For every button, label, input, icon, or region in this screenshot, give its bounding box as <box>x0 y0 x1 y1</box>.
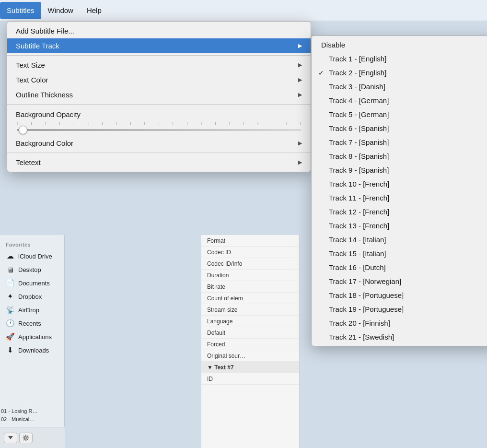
file-info-count: Count of elem <box>201 293 299 304</box>
background-opacity-section: Background Opacity | | | | | | | | | | <box>7 106 311 136</box>
file-info-original: Original sour… <box>201 350 299 362</box>
file-info-format: Format <box>201 235 299 247</box>
outline-arrow: ▶ <box>298 92 302 98</box>
file-info-bitrate: Bit rate <box>201 281 299 293</box>
sidebar-item-documents[interactable]: 📄 Documents <box>0 276 64 290</box>
gear-button[interactable] <box>19 433 33 443</box>
track-8[interactable]: Track 8 - [Spanish] <box>312 149 487 163</box>
opacity-slider-thumb[interactable] <box>19 126 27 134</box>
separator-2 <box>7 104 311 105</box>
sidebar-item-airdrop[interactable]: 📡 AirDrop <box>0 303 64 317</box>
track-21[interactable]: Track 21 - [Swedish] <box>312 330 487 344</box>
icloud-icon: ☁ <box>6 252 14 260</box>
track-14[interactable]: Track 14 - [Italian] <box>312 233 487 247</box>
add-subtitle-file-item[interactable]: Add Subtitle File... <box>7 24 311 38</box>
track-11[interactable]: Track 11 - [French] <box>312 191 487 205</box>
airdrop-icon: 📡 <box>6 306 14 314</box>
track-9[interactable]: Track 9 - [Spanish] <box>312 163 487 177</box>
desktop-icon: 🖥 <box>6 265 14 274</box>
menu-window[interactable]: Window <box>41 2 80 19</box>
track-2-selected[interactable]: ✓ Track 2 - [English] <box>312 66 487 80</box>
text-color-arrow: ▶ <box>298 77 302 83</box>
background-opacity-label: Background Opacity <box>16 110 302 118</box>
menu-subtitles[interactable]: Subtitles <box>0 2 41 19</box>
track-6[interactable]: Track 6 - [Spanish] <box>312 121 487 135</box>
applications-icon: 🚀 <box>6 332 14 341</box>
subtitles-dropdown: Add Subtitle File... Subtitle Track ▶ Di… <box>7 21 311 172</box>
track-13[interactable]: Track 13 - [French] <box>312 219 487 233</box>
file-info-id: ID <box>201 373 299 385</box>
subtitle-track-submenu: Disable Track 1 - [English] ✓ Track 2 - … <box>311 35 487 346</box>
sidebar-item-dropbox[interactable]: ✦ Dropbox <box>0 290 64 303</box>
chevron-down-icon <box>8 436 13 440</box>
chevron-down-button[interactable] <box>4 433 17 443</box>
track-10[interactable]: Track 10 - [French] <box>312 177 487 191</box>
track-19[interactable]: Track 19 - [Portuguese] <box>312 302 487 316</box>
teletext-arrow: ▶ <box>298 159 302 165</box>
file-info-panel: Format Codec ID Codec ID/Info Duration B… <box>201 235 300 448</box>
background-color-item[interactable]: Background Color ▶ <box>7 136 311 151</box>
track-4[interactable]: Track 4 - [German] <box>312 94 487 107</box>
track-12[interactable]: Track 12 - [French] <box>312 205 487 219</box>
song-label-2: 02 - Musical… <box>1 415 37 424</box>
bottom-file-text: 01 - Losing R… 02 - Musical… <box>1 407 37 424</box>
sidebar-item-applications[interactable]: 🚀 Applications <box>0 330 64 343</box>
outline-thickness-item[interactable]: Outline Thickness ▶ <box>7 87 311 102</box>
file-info-codec-info: Codec ID/Info <box>201 258 299 270</box>
track-17[interactable]: Track 17 - [Norwegian] <box>312 274 487 288</box>
bottom-bar <box>0 427 65 448</box>
text-size-arrow: ▶ <box>298 62 302 68</box>
text-size-item[interactable]: Text Size ▶ <box>7 58 311 72</box>
sidebar-favorites-label: Favorites <box>0 240 64 249</box>
file-info-text7: ▼ Text #7 <box>201 362 299 373</box>
track-disable[interactable]: Disable <box>312 38 487 52</box>
menu-help[interactable]: Help <box>80 2 108 19</box>
downloads-icon: ⬇ <box>6 346 14 354</box>
svg-point-0 <box>25 436 27 439</box>
sidebar-item-desktop[interactable]: 🖥 Desktop <box>0 263 64 276</box>
text-color-item[interactable]: Text Color ▶ <box>7 72 311 87</box>
menu-bar: Subtitles Window Help <box>0 0 487 21</box>
track-20[interactable]: Track 20 - [Finnish] <box>312 316 487 330</box>
song-label-1: 01 - Losing R… <box>1 407 37 416</box>
dropbox-icon: ✦ <box>6 292 14 301</box>
track-5[interactable]: Track 5 - [German] <box>312 107 487 121</box>
file-info-codec: Codec ID <box>201 247 299 258</box>
bg-color-arrow: ▶ <box>298 140 302 146</box>
sidebar-item-recents[interactable]: 🕐 Recents <box>0 317 64 330</box>
track-18[interactable]: Track 18 - [Portuguese] <box>312 288 487 302</box>
documents-icon: 📄 <box>6 279 14 287</box>
file-info-duration: Duration <box>201 270 299 281</box>
separator-1 <box>7 55 311 56</box>
gear-icon <box>23 435 29 441</box>
subtitle-track-item[interactable]: Subtitle Track ▶ Disable Track 1 - [Engl… <box>7 38 311 53</box>
track-16[interactable]: Track 16 - [Dutch] <box>312 260 487 274</box>
track-1[interactable]: Track 1 - [English] <box>312 52 487 66</box>
checkmark-icon: ✓ <box>318 69 324 77</box>
track-3[interactable]: Track 3 - [Danish] <box>312 80 487 94</box>
separator-3 <box>7 153 311 153</box>
track-7[interactable]: Track 7 - [Spanish] <box>312 135 487 149</box>
file-info-forced: Forced <box>201 339 299 350</box>
file-info-stream-size: Stream size <box>201 304 299 316</box>
file-info-language: Language <box>201 316 299 327</box>
teletext-item[interactable]: Teletext ▶ <box>7 155 311 170</box>
subtitle-track-arrow: ▶ <box>298 43 302 49</box>
sidebar-item-icloud[interactable]: ☁ iCloud Drive <box>0 249 64 263</box>
opacity-slider-track[interactable] <box>17 129 301 131</box>
file-info-default: Default <box>201 327 299 339</box>
sidebar-item-downloads[interactable]: ⬇ Downloads <box>0 343 64 357</box>
track-15[interactable]: Track 15 - [Italian] <box>312 247 487 260</box>
recents-icon: 🕐 <box>6 319 14 328</box>
